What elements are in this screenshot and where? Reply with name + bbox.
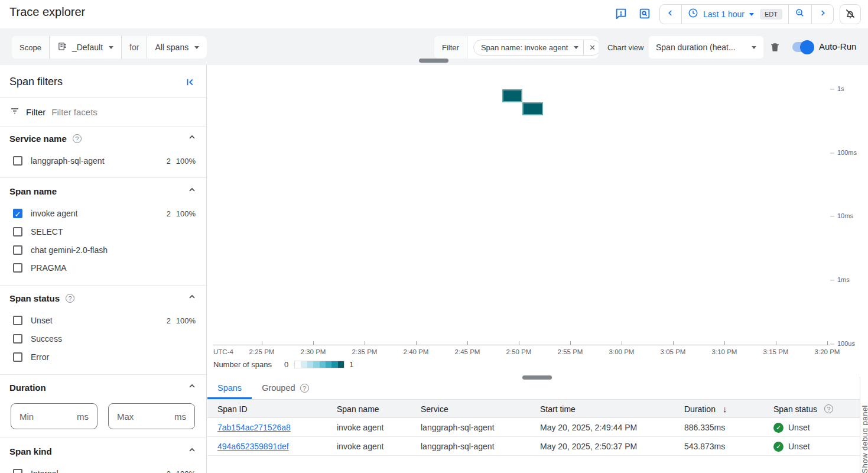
toolbar-resize-handle[interactable] bbox=[419, 59, 448, 63]
chevron-down-icon bbox=[194, 46, 199, 49]
checkbox-unchecked[interactable] bbox=[13, 245, 22, 255]
sort-descending-icon[interactable] bbox=[723, 404, 727, 414]
trace-search-button[interactable] bbox=[636, 5, 654, 23]
checkbox-unchecked[interactable] bbox=[13, 469, 22, 473]
auto-refresh-off-button[interactable] bbox=[840, 4, 861, 24]
facet-item[interactable]: langgraph-sql-agent 2 100% bbox=[0, 152, 206, 170]
help-icon[interactable] bbox=[300, 384, 309, 393]
facet-filter-input[interactable] bbox=[51, 107, 197, 117]
checkbox-unchecked[interactable] bbox=[13, 156, 22, 166]
x-axis-tick bbox=[673, 341, 674, 345]
help-icon[interactable] bbox=[66, 294, 74, 303]
facet-item[interactable]: Success bbox=[0, 330, 206, 348]
x-axis-tick-label: 3:15 PM bbox=[763, 348, 789, 355]
column-header-span-status[interactable]: Span status bbox=[773, 400, 833, 418]
duration-cell: 886.335ms bbox=[684, 418, 725, 437]
time-range-dropdown[interactable]: Last 1 hour EDT bbox=[682, 5, 788, 24]
column-header-start-time[interactable]: Start time bbox=[540, 400, 576, 418]
chevron-up-icon[interactable] bbox=[187, 185, 197, 197]
duration-max-field[interactable]: ms bbox=[108, 403, 195, 429]
facet-label: Internal bbox=[31, 469, 58, 473]
scope-dropdown[interactable]: _Default bbox=[50, 36, 122, 59]
scope-value: _Default bbox=[72, 43, 103, 52]
tab-spans[interactable]: Spans bbox=[207, 378, 252, 399]
chevron-down-icon bbox=[109, 46, 113, 49]
feedback-button[interactable] bbox=[612, 5, 630, 23]
delete-query-button[interactable] bbox=[767, 40, 782, 56]
remove-filter-icon[interactable]: ✕ bbox=[584, 40, 599, 55]
checkbox-unchecked[interactable] bbox=[13, 316, 22, 325]
facet-label: Unset bbox=[31, 316, 53, 325]
chevron-right-icon bbox=[818, 8, 827, 20]
legend-min-value: 0 bbox=[284, 360, 288, 369]
checkbox-checked[interactable] bbox=[13, 209, 22, 218]
facet-item[interactable]: Internal 2 100% bbox=[0, 465, 206, 473]
checkbox-unchecked[interactable] bbox=[13, 352, 22, 362]
facet-item[interactable]: invoke agent 2 100% bbox=[0, 205, 206, 222]
divider bbox=[0, 374, 206, 375]
heatmap-cell[interactable] bbox=[522, 102, 543, 115]
chevron-up-icon[interactable] bbox=[187, 445, 197, 457]
facet-label: Success bbox=[31, 334, 62, 344]
chart-view-dropdown[interactable]: Span duration (heat... bbox=[649, 36, 763, 59]
chart-view-value: Span duration (heat... bbox=[656, 43, 736, 52]
chevron-up-icon[interactable] bbox=[187, 381, 197, 393]
column-header-span-id[interactable]: Span ID bbox=[217, 400, 248, 418]
duration-cell: 543.873ms bbox=[684, 437, 725, 456]
alarm-off-icon bbox=[844, 8, 856, 21]
chevron-up-icon[interactable] bbox=[187, 132, 197, 144]
help-icon[interactable] bbox=[824, 404, 833, 413]
auto-run-toggle[interactable] bbox=[792, 42, 812, 52]
section-title: Duration bbox=[9, 383, 46, 393]
facet-percent: 100% bbox=[171, 316, 196, 325]
duration-min-input[interactable] bbox=[19, 412, 67, 422]
chart-table-resize-handle[interactable] bbox=[522, 375, 552, 380]
span-id-link[interactable]: 7ab154ac271526a8 bbox=[217, 423, 291, 432]
x-axis-tick bbox=[827, 341, 828, 345]
x-axis-timezone-label: UTC-4 bbox=[213, 348, 233, 355]
time-zoom-out-button[interactable] bbox=[789, 5, 811, 24]
facet-count: 2 bbox=[159, 316, 171, 325]
filter-chip[interactable]: Span name: invoke agent ✕ bbox=[473, 40, 599, 56]
duration-max-input[interactable] bbox=[117, 412, 164, 422]
heatmap-cell[interactable] bbox=[502, 89, 522, 102]
status-label: Unset bbox=[788, 442, 810, 451]
facet-item[interactable]: PRAGMA bbox=[0, 259, 206, 277]
y-axis-tick bbox=[830, 153, 834, 154]
facet-count: 2 bbox=[159, 469, 171, 473]
column-header-span-name[interactable]: Span name bbox=[337, 400, 379, 418]
span-id-link[interactable]: 494a652359891def bbox=[217, 442, 289, 451]
time-forward-button[interactable] bbox=[812, 5, 833, 24]
x-axis-tick bbox=[776, 341, 776, 345]
checkbox-unchecked[interactable] bbox=[13, 227, 22, 237]
section-title: Span kind bbox=[9, 446, 52, 456]
column-header-duration[interactable]: Duration bbox=[684, 400, 727, 418]
status-ok-icon bbox=[773, 442, 784, 452]
show-debug-panel-tab[interactable]: Show debug panel bbox=[860, 377, 868, 473]
facet-item[interactable]: SELECT bbox=[0, 223, 206, 241]
section-service-name: Service name bbox=[9, 132, 197, 144]
checkbox-unchecked[interactable] bbox=[13, 334, 22, 344]
collapse-panel-button[interactable] bbox=[185, 77, 196, 89]
help-icon[interactable] bbox=[73, 134, 82, 143]
facet-label: PRAGMA bbox=[31, 263, 67, 273]
time-back-button[interactable] bbox=[660, 5, 681, 24]
checkbox-unchecked[interactable] bbox=[13, 263, 22, 273]
span-scope-dropdown[interactable]: All spans bbox=[147, 36, 207, 59]
duration-min-field[interactable]: ms bbox=[11, 403, 97, 429]
x-axis-tick bbox=[313, 341, 314, 345]
column-header-service[interactable]: Service bbox=[421, 400, 448, 418]
facet-item[interactable]: chat gemini-2.0-flash bbox=[0, 241, 206, 259]
facet-percent: 100% bbox=[171, 157, 196, 166]
facet-item[interactable]: Unset 2 100% bbox=[0, 312, 206, 329]
chevron-up-icon[interactable] bbox=[187, 292, 197, 304]
zoom-out-icon bbox=[795, 8, 805, 21]
x-axis-tick bbox=[622, 341, 622, 345]
chevron-down-icon bbox=[749, 13, 754, 16]
spans-table-header: Span ID Span name Service Start time Dur… bbox=[207, 400, 860, 418]
status-label: Unset bbox=[788, 423, 810, 432]
tab-grouped[interactable]: Grouped bbox=[252, 378, 318, 399]
facet-item[interactable]: Error bbox=[0, 348, 206, 366]
y-axis-tick bbox=[830, 280, 834, 281]
divider bbox=[0, 126, 206, 127]
